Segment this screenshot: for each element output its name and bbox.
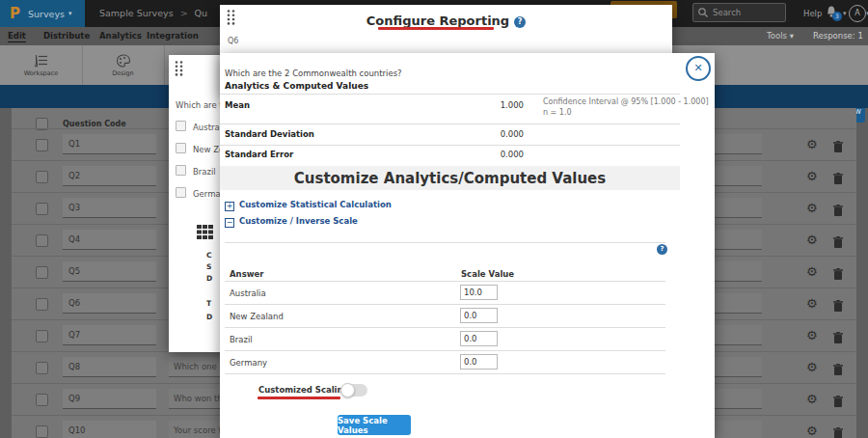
scale-value-input[interactable]: 0.0 [460, 331, 498, 346]
divider [225, 304, 665, 305]
notifications-button[interactable]: 3 [825, 5, 842, 22]
scale-value-input[interactable]: 0.0 [460, 354, 498, 370]
dialog-title: Configure Reporting [366, 14, 509, 28]
tab-integration[interactable]: Integration [147, 31, 199, 41]
clipped-label-fragment: T [206, 299, 211, 308]
delete-trash-icon[interactable] [833, 297, 843, 315]
chevron-down-icon[interactable]: ▾ [843, 10, 847, 17]
question-code-header: Question Code [63, 120, 126, 128]
settings-gear-icon[interactable]: ⚙ [806, 423, 818, 438]
option-checkbox[interactable] [176, 165, 186, 176]
divider [225, 281, 665, 282]
settings-gear-icon[interactable]: ⚙ [806, 359, 818, 375]
row-checkbox[interactable] [36, 362, 48, 374]
avatar[interactable]: A [849, 5, 866, 22]
row-checkbox[interactable] [36, 171, 48, 183]
breadcrumb-root[interactable]: Sample Surveys [99, 8, 174, 18]
save-scale-values-button[interactable]: Save Scale Values [338, 415, 411, 435]
stat-label: Mean [225, 100, 250, 110]
drag-handle-icon[interactable] [174, 60, 184, 76]
search-placeholder: Search [713, 8, 741, 17]
option-checkbox[interactable] [176, 187, 186, 198]
row-checkbox[interactable] [36, 425, 48, 438]
row-checkbox[interactable] [36, 203, 48, 215]
row-checkbox[interactable] [36, 298, 48, 311]
clipped-label-fragment: D [206, 274, 212, 283]
question-code-input[interactable]: Q10 [63, 421, 156, 438]
close-icon[interactable]: ✕ [686, 56, 711, 81]
question-code-input[interactable]: Q9 [63, 389, 156, 409]
search-input[interactable]: Search [692, 3, 786, 22]
toolbar-design-button[interactable]: Design [82, 45, 165, 85]
question-code-input[interactable]: Q5 [63, 261, 156, 282]
notification-badge: 3 [832, 12, 842, 21]
settings-gear-icon[interactable]: ⚙ [806, 136, 818, 152]
scale-value-input[interactable]: 0.0 [460, 308, 498, 323]
row-checkbox[interactable] [36, 234, 48, 247]
settings-gear-icon[interactable]: ⚙ [806, 232, 818, 248]
response-count: Response: 1 [813, 31, 863, 41]
question-text: Which are the 2 Commonwealth countries? [225, 68, 402, 78]
settings-gear-icon[interactable]: ⚙ [806, 391, 818, 407]
delete-trash-icon[interactable] [833, 138, 843, 156]
delete-trash-icon[interactable] [833, 393, 843, 411]
tab-edit[interactable]: Edit [8, 31, 26, 41]
stat-label: Standard Deviation [225, 129, 314, 139]
analytics-section-title: Analytics & Computed Values [225, 81, 368, 91]
scale-value-input[interactable]: 10.0 [460, 285, 498, 300]
help-icon[interactable]: ? [514, 16, 526, 28]
help-link[interactable]: Help [803, 9, 822, 18]
settings-gear-icon[interactable]: ⚙ [806, 168, 818, 184]
delete-trash-icon[interactable] [833, 265, 843, 284]
toolbar-design-label: Design [112, 69, 133, 77]
tools-menu[interactable]: Tools ▾ [767, 31, 794, 41]
delete-trash-icon[interactable] [833, 202, 843, 220]
question-code-input[interactable]: Q7 [63, 325, 156, 345]
customized-scaling-toggle[interactable] [342, 384, 367, 397]
delete-trash-icon[interactable] [833, 361, 843, 379]
toggle-knob[interactable] [340, 383, 355, 397]
row-checkbox[interactable] [36, 139, 48, 151]
tab-distribute[interactable]: Distribute [43, 31, 90, 41]
delete-trash-icon[interactable] [833, 424, 843, 438]
question-code-input[interactable]: Q3 [63, 198, 156, 218]
divider [220, 145, 680, 146]
delete-trash-icon[interactable] [833, 329, 843, 347]
tab-analytics[interactable]: Analytics [99, 31, 142, 41]
collapse-minus-icon[interactable]: − [225, 218, 234, 228]
scale-answer-label: Germany [230, 358, 267, 368]
n-count-note: n = 1.0 [543, 108, 572, 117]
option-checkbox[interactable] [176, 121, 186, 131]
customize-inverse-scale-link[interactable]: −Customize / Inverse Scale [225, 216, 358, 228]
row-checkbox[interactable] [36, 266, 48, 279]
toolbar-workspace-button[interactable]: Workspace [0, 45, 83, 85]
delete-trash-icon[interactable] [833, 170, 843, 188]
question-code-input[interactable]: Q6 [63, 293, 156, 314]
red-underline-annotation [378, 27, 494, 30]
row-checkbox[interactable] [36, 394, 48, 406]
option-checkbox[interactable] [176, 143, 186, 153]
settings-gear-icon[interactable]: ⚙ [806, 327, 818, 343]
breadcrumb-current: Qu [195, 8, 208, 18]
analytics-computed-values-dialog: ✕ Which are the 2 Commonwealth countries… [220, 53, 715, 438]
surveys-menu[interactable]: P Surveys ▾ [0, 0, 85, 27]
customize-statistical-calculation-link[interactable]: +Customize Statistical Calculation [225, 200, 392, 211]
scale-answer-label: New Zealand [230, 312, 284, 321]
question-code-input[interactable]: Q8 [63, 357, 156, 377]
customize-band: Customize Analytics/Computed Values [220, 166, 680, 190]
row-checkbox[interactable] [36, 330, 48, 342]
expand-plus-icon[interactable]: + [225, 202, 234, 211]
link-label: Customize / Inverse Scale [239, 216, 358, 226]
clipped-label-fragment: D [206, 313, 212, 321]
data-table-icon[interactable] [197, 225, 213, 240]
settings-gear-icon[interactable]: ⚙ [806, 295, 818, 312]
question-code-input[interactable]: Q2 [63, 166, 156, 186]
workspace-icon [34, 54, 49, 68]
delete-trash-icon[interactable] [833, 233, 843, 252]
question-code-input[interactable]: Q4 [63, 230, 156, 250]
stat-label: Standard Error [225, 150, 293, 159]
settings-gear-icon[interactable]: ⚙ [806, 263, 818, 280]
settings-gear-icon[interactable]: ⚙ [806, 200, 818, 216]
help-icon[interactable]: ? [657, 244, 667, 255]
question-code-input[interactable]: Q1 [63, 134, 156, 154]
